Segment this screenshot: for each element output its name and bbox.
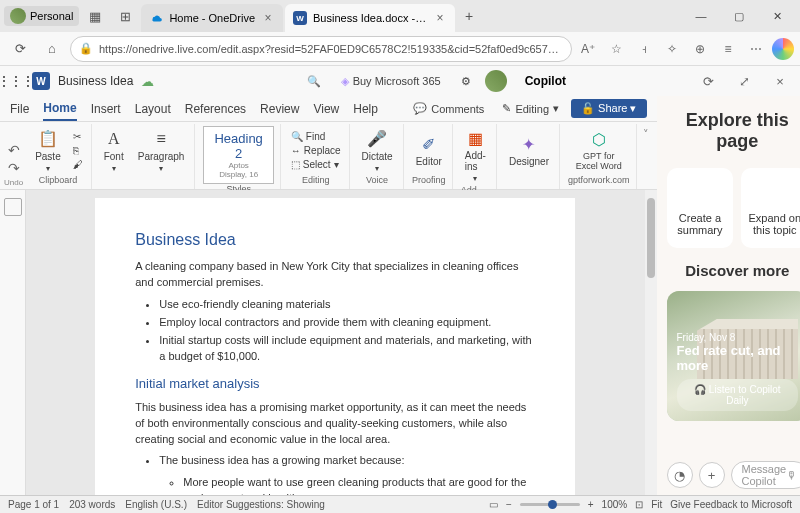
share-button[interactable]: 🔓 Share ▾ [571,99,646,118]
close-icon[interactable]: × [433,11,447,25]
style-gallery[interactable]: Heading 2 Aptos Display, 16 [203,126,273,184]
format-painter-icon[interactable]: 🖌 [71,158,85,171]
discover-hero[interactable]: Friday, Nov 8 Fed rate cut, and more 🎧 L… [667,291,801,421]
read-aloud-icon[interactable]: A⁺ [576,37,600,61]
maximize-button[interactable]: ▢ [720,2,758,30]
dictate-button[interactable]: 🎤 Dictate▾ [358,127,397,175]
buy-m365-button[interactable]: ◈Buy Microsoft 365 [335,73,447,90]
scroll-thumb[interactable] [647,198,655,278]
status-bar: Page 1 of 1 203 words English (U.S.) Edi… [0,495,800,513]
fit-icon[interactable]: ⊡ [635,499,643,510]
find-button[interactable]: 🔍 Find [289,130,343,143]
close-window-button[interactable]: ✕ [758,2,796,30]
search-button[interactable]: 🔍 [301,73,327,90]
mic-icon[interactable]: 🎙 [786,469,797,481]
zoom-out-icon[interactable]: − [506,499,512,510]
extensions-icon[interactable]: ⊕ [688,37,712,61]
paragraph-button[interactable]: ≡ Paragraph▾ [134,127,189,175]
redo-icon[interactable]: ↷ [8,160,20,176]
expand-pane-icon[interactable]: ⤢ [732,69,756,93]
designer-button[interactable]: ✦ Designer [505,132,553,169]
collections-icon[interactable]: ✧ [660,37,684,61]
comments-button[interactable]: 💬 Comments [407,100,490,117]
tab-actions-icon[interactable]: ⊞ [111,2,139,30]
profile-label: Personal [30,10,73,22]
discover-title: Discover more [667,262,801,279]
copy-icon[interactable]: ⎘ [71,144,85,157]
document-name[interactable]: Business Idea [58,74,133,88]
favorite-icon[interactable]: ☆ [604,37,628,61]
addins-button[interactable]: ▦ Add-ins▾ [461,126,490,185]
tab-word-doc[interactable]: W Business Idea.docx - Microsoft W × [285,4,455,32]
editor-status[interactable]: Editor Suggestions: Showing [197,499,325,510]
select-button[interactable]: ⬚ Select ▾ [289,158,343,171]
expand-card[interactable]: Expand on this topic [741,168,800,248]
tab-review[interactable]: Review [260,98,299,120]
zoom-in-icon[interactable]: + [588,499,594,510]
user-avatar[interactable] [485,70,507,92]
minimize-button[interactable]: ― [682,2,720,30]
tab-onedrive[interactable]: Home - OneDrive × [141,4,283,32]
editor-icon: ✐ [419,134,439,154]
workspaces-icon[interactable]: ▦ [81,2,109,30]
fit-label[interactable]: Fit [651,499,662,510]
tab-references[interactable]: References [185,98,246,120]
zoom-level[interactable]: 100% [602,499,628,510]
scrollbar[interactable] [645,190,657,495]
tab-layout[interactable]: Layout [135,98,171,120]
slider-thumb[interactable] [548,500,557,509]
cut-icon[interactable]: ✂ [71,130,85,143]
home-icon[interactable]: ⌂ [38,35,66,63]
editor-button[interactable]: ✐ Editor [412,132,446,169]
nav-pane-icon[interactable] [4,198,22,216]
refresh-pane-icon[interactable]: ⟳ [696,69,720,93]
lock-icon: 🔒 [79,42,93,55]
doc-paragraph: This business idea has a promising marke… [135,400,535,448]
replace-button[interactable]: ↔ Replace [289,144,343,157]
app-launcher-icon[interactable]: ⋮⋮⋮ [8,73,24,89]
avatar-icon [10,8,26,24]
addins-icon: ▦ [465,128,485,148]
hero-date: Friday, Nov 8 [677,332,799,343]
copilot-input[interactable]: Message Copilot 🎙 [731,461,801,489]
listen-button[interactable]: 🎧 Listen to Copilot Daily [677,379,799,411]
settings-icon[interactable]: ⚙ [455,73,477,90]
profile-pill[interactable]: Personal [4,6,79,26]
close-pane-icon[interactable]: × [768,69,792,93]
url-field[interactable]: 🔒 https://onedrive.live.com/edit.aspx?re… [70,36,572,62]
document-page[interactable]: Business Idea A cleaning company based i… [95,198,575,495]
tab-view[interactable]: View [313,98,339,120]
list-item: Initial startup costs will include equip… [159,333,535,365]
view-mode-icon[interactable]: ▭ [489,499,498,510]
refresh-icon[interactable]: ⟳ [6,35,34,63]
doc-heading-1: Business Idea [135,228,535,251]
menu-tab-row: File Home Insert Layout References Revie… [0,96,657,122]
paste-button[interactable]: 📋 Paste▾ [31,127,65,175]
language[interactable]: English (U.S.) [125,499,187,510]
ribbon-collapse-icon[interactable]: ˅ [639,124,653,189]
tab-home[interactable]: Home [43,97,76,121]
page-count[interactable]: Page 1 of 1 [8,499,59,510]
close-icon[interactable]: × [261,11,275,25]
address-bar: ⟳ ⌂ 🔒 https://onedrive.live.com/edit.asp… [0,32,800,66]
explore-title: Explore this page [667,110,801,152]
summary-card[interactable]: Create a summary [667,168,734,248]
new-chat-icon[interactable]: + [699,462,725,488]
editing-mode-button[interactable]: ✎ Editing ▾ [496,100,565,117]
history-icon[interactable]: ◔ [667,462,693,488]
font-icon: A [104,129,124,149]
gpt-addin-button[interactable]: ⬡ GPT for Excel Word [569,128,629,174]
tab-file[interactable]: File [10,98,29,120]
feedback-link[interactable]: Give Feedback to Microsoft [670,499,792,510]
tab-insert[interactable]: Insert [91,98,121,120]
tab-help[interactable]: Help [353,98,378,120]
zoom-slider[interactable] [520,503,580,506]
more-icon[interactable]: ⋯ [744,37,768,61]
browser-favorites-icon[interactable]: ≡ [716,37,740,61]
font-button[interactable]: A Font▾ [100,127,128,175]
split-screen-icon[interactable]: ⫞ [632,37,656,61]
word-count[interactable]: 203 words [69,499,115,510]
new-tab-button[interactable]: + [457,4,481,28]
copilot-browser-icon[interactable] [772,38,794,60]
undo-icon[interactable]: ↶ [8,142,20,158]
